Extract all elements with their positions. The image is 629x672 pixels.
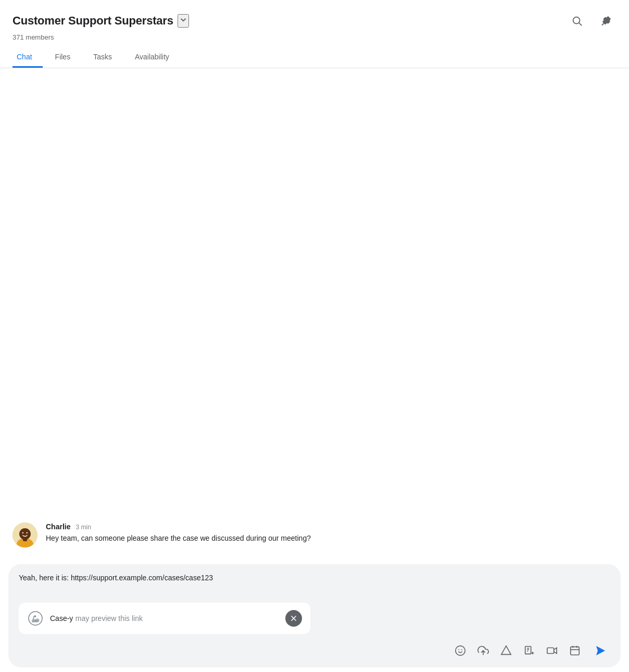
compose-input[interactable]: Yeah, here it is: https://support.exampl… — [19, 573, 610, 594]
svg-point-14 — [456, 646, 465, 655]
video-button[interactable] — [542, 640, 562, 661]
message-sender: Charlie — [46, 522, 70, 531]
tab-chat[interactable]: Chat — [12, 47, 43, 68]
svg-point-5 — [19, 528, 31, 540]
svg-marker-30 — [596, 646, 605, 655]
send-button[interactable] — [589, 640, 610, 661]
link-preview: 🦾 Case-y may preview this link — [19, 603, 310, 634]
link-preview-close-button[interactable] — [285, 610, 302, 627]
header: Customer Support Superstars — [0, 0, 629, 68]
upload-icon — [477, 645, 489, 656]
app-container: Customer Support Superstars — [0, 0, 629, 672]
upload-button[interactable] — [473, 640, 494, 661]
create-doc-icon — [523, 645, 535, 656]
header-top: Customer Support Superstars — [12, 10, 617, 31]
svg-rect-25 — [547, 648, 554, 654]
link-preview-name: Case-y — [50, 614, 73, 623]
dropdown-button[interactable] — [178, 14, 189, 28]
message-content: Charlie 3 min Hey team, can someone plea… — [46, 522, 311, 544]
chat-area: Charlie 3 min Hey team, can someone plea… — [0, 68, 629, 672]
compose-toolbar — [19, 640, 610, 661]
drive-button[interactable] — [496, 640, 517, 661]
link-preview-left: 🦾 Case-y may preview this link — [27, 610, 143, 627]
calendar-button[interactable] — [564, 640, 585, 661]
create-doc-button[interactable] — [519, 640, 539, 661]
tabs-container: Chat Files Tasks Availability — [12, 47, 617, 68]
message-meta: Charlie 3 min — [46, 522, 311, 531]
pin-icon — [600, 15, 612, 27]
svg-point-0 — [573, 17, 580, 24]
svg-point-16 — [461, 649, 462, 650]
header-actions — [567, 10, 617, 31]
svg-point-15 — [458, 649, 459, 650]
video-icon — [546, 645, 558, 656]
svg-point-8 — [23, 533, 24, 534]
link-preview-icon: 🦾 — [27, 610, 44, 627]
message-time: 3 min — [76, 524, 91, 531]
tab-files[interactable]: Files — [51, 47, 81, 68]
compose-area: Yeah, here it is: https://support.exampl… — [8, 564, 621, 667]
pin-button[interactable] — [596, 10, 617, 31]
emoji-button[interactable] — [450, 640, 471, 661]
message-text: Hey team, can someone please share the c… — [46, 533, 311, 544]
link-preview-subtext: may preview this link — [76, 614, 143, 623]
group-title: Customer Support Superstars — [12, 14, 173, 28]
svg-point-9 — [27, 533, 28, 534]
calendar-icon — [569, 645, 581, 656]
svg-text:🦾: 🦾 — [31, 614, 40, 623]
search-button[interactable] — [567, 10, 587, 31]
emoji-icon — [455, 645, 466, 656]
member-count: 371 members — [12, 33, 617, 41]
message-item: Charlie 3 min Hey team, can someone plea… — [12, 522, 617, 547]
messages-container: Charlie 3 min Hey team, can someone plea… — [0, 68, 629, 564]
svg-rect-19 — [525, 646, 531, 654]
tab-availability[interactable]: Availability — [131, 47, 180, 68]
title-row: Customer Support Superstars — [12, 14, 189, 28]
drive-icon — [500, 645, 512, 656]
tab-tasks[interactable]: Tasks — [89, 47, 122, 68]
svg-marker-18 — [501, 646, 511, 655]
search-icon — [571, 15, 583, 27]
close-icon — [290, 614, 298, 623]
avatar — [12, 522, 37, 547]
send-icon — [594, 644, 606, 657]
svg-rect-26 — [571, 647, 580, 655]
svg-line-1 — [579, 23, 582, 26]
link-preview-info: Case-y may preview this link — [50, 614, 143, 623]
